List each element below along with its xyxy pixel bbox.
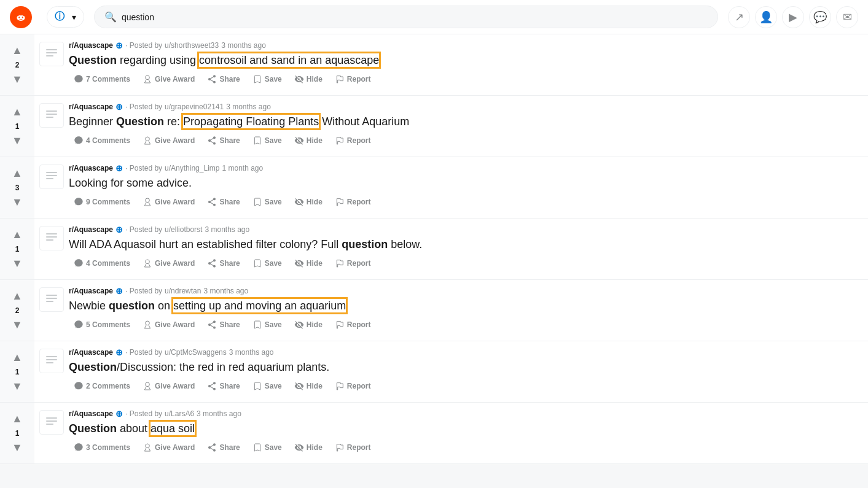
username[interactable]: u/LarsA6 — [165, 409, 194, 418]
post-thumbnail-col — [34, 341, 69, 402]
subreddit-name[interactable]: r/Aquascape — [69, 348, 113, 357]
post-title[interactable]: Newbie question on setting up and moving… — [69, 298, 863, 314]
post-title[interactable]: Will ADA Aquasoil hurt an established fi… — [69, 237, 863, 252]
post-title[interactable]: Beginner Question re: Propagating Floati… — [69, 114, 863, 130]
award-icon — [143, 197, 152, 207]
upvote-button[interactable]: ▲ — [10, 350, 24, 365]
comments-button[interactable]: 3 Comments — [69, 440, 135, 455]
search-input[interactable] — [122, 12, 708, 22]
save-button[interactable]: Save — [248, 195, 287, 209]
username[interactable]: u/shorthsweet33 — [165, 41, 219, 50]
comments-button[interactable]: 4 Comments — [69, 133, 135, 148]
comments-button[interactable]: 7 Comments — [69, 72, 135, 87]
report-button[interactable]: Report — [330, 72, 376, 87]
trending-icon[interactable]: ↗ — [728, 6, 750, 28]
chat-icon[interactable]: 💬 — [809, 6, 831, 28]
username[interactable]: u/grapevine02141 — [165, 103, 224, 111]
subreddit-name[interactable]: r/Aquascape — [69, 41, 113, 50]
save-button[interactable]: Save — [248, 440, 287, 455]
subreddit-join-icon[interactable]: ⊕ — [115, 286, 123, 296]
share-button[interactable]: Share — [202, 256, 244, 271]
downvote-button[interactable]: ▼ — [10, 440, 24, 455]
downvote-button[interactable]: ▼ — [10, 195, 24, 210]
report-button[interactable]: Report — [330, 379, 376, 393]
report-button[interactable]: Report — [330, 256, 376, 271]
give-award-button[interactable]: Give Award — [138, 440, 200, 455]
profile-icon[interactable]: 👤 — [755, 6, 777, 28]
give-award-button[interactable]: Give Award — [138, 195, 200, 209]
give-award-button[interactable]: Give Award — [138, 72, 200, 87]
report-button[interactable]: Report — [330, 133, 376, 148]
username[interactable]: u/elliotborst — [165, 225, 202, 234]
downvote-button[interactable]: ▼ — [10, 317, 24, 333]
mail-icon[interactable]: ✉ — [836, 6, 858, 28]
subreddit-name[interactable]: r/Aquascape — [69, 409, 113, 418]
comments-button[interactable]: 4 Comments — [69, 256, 135, 271]
post-thumbnail-col — [34, 96, 69, 157]
search-bar[interactable]: 🔍 — [94, 6, 718, 28]
share-button[interactable]: Share — [202, 72, 244, 87]
downvote-button[interactable]: ▼ — [10, 133, 24, 149]
subreddit-name[interactable]: r/Aquascape — [69, 103, 113, 111]
subreddit-name[interactable]: r/Aquascape — [69, 287, 113, 295]
post-thumbnail — [39, 410, 64, 435]
save-button[interactable]: Save — [248, 379, 287, 393]
upvote-button[interactable]: ▲ — [10, 411, 24, 427]
hide-button[interactable]: Hide — [289, 440, 327, 455]
post-title[interactable]: Question about aqua soil — [69, 421, 863, 436]
comments-button[interactable]: 5 Comments — [69, 317, 135, 332]
post-title[interactable]: Question/Discussion: the red in red aqua… — [69, 360, 863, 375]
give-award-button[interactable]: Give Award — [138, 256, 200, 271]
post-feed: ▲ 2 ▼ r/Aquascape ⊕ · Posted by u/shorth… — [0, 34, 868, 464]
hide-button[interactable]: Hide — [289, 379, 327, 393]
hide-button[interactable]: Hide — [289, 72, 327, 87]
post-title[interactable]: Question regarding using controsoil and … — [69, 53, 863, 68]
comment-icon — [74, 381, 84, 391]
give-award-button[interactable]: Give Award — [138, 133, 200, 148]
share-button[interactable]: Share — [202, 195, 244, 209]
reddit-logo[interactable] — [10, 6, 37, 28]
username[interactable]: u/CptMcSwaggens — [165, 348, 227, 357]
subreddit-join-icon[interactable]: ⊕ — [115, 102, 123, 112]
downvote-button[interactable]: ▼ — [10, 379, 24, 394]
report-button[interactable]: Report — [330, 317, 376, 332]
give-award-button[interactable]: Give Award — [138, 317, 200, 332]
subreddit-name[interactable]: r/Aquascape — [69, 164, 113, 172]
report-button[interactable]: Report — [330, 440, 376, 455]
hide-button[interactable]: Hide — [289, 256, 327, 271]
upvote-button[interactable]: ▲ — [10, 227, 24, 242]
subreddit-join-icon[interactable]: ⊕ — [115, 41, 123, 50]
hide-button[interactable]: Hide — [289, 317, 327, 332]
subreddit-join-icon[interactable]: ⊕ — [115, 409, 123, 419]
subreddit-selector[interactable]: ⓘ ▾ — [47, 6, 84, 28]
comments-button[interactable]: 2 Comments — [69, 379, 135, 393]
upvote-button[interactable]: ▲ — [10, 104, 24, 120]
hide-button[interactable]: Hide — [289, 195, 327, 209]
upvote-button[interactable]: ▲ — [10, 43, 24, 58]
downvote-button[interactable]: ▼ — [10, 72, 24, 87]
report-button[interactable]: Report — [330, 195, 376, 209]
downvote-button[interactable]: ▼ — [10, 256, 24, 271]
username[interactable]: u/ndrewtan — [165, 287, 201, 295]
subreddit-join-icon[interactable]: ⊕ — [115, 163, 123, 173]
upvote-button[interactable]: ▲ — [10, 289, 24, 304]
save-button[interactable]: Save — [248, 256, 287, 271]
share-button[interactable]: Share — [202, 440, 244, 455]
comments-button[interactable]: 9 Comments — [69, 195, 135, 209]
save-button[interactable]: Save — [248, 72, 287, 87]
save-button[interactable]: Save — [248, 317, 287, 332]
share-button[interactable]: Share — [202, 317, 244, 332]
subreddit-name[interactable]: r/Aquascape — [69, 225, 113, 234]
hide-button[interactable]: Hide — [289, 133, 327, 148]
username[interactable]: u/Anything_Limp — [165, 164, 219, 172]
save-icon — [252, 443, 262, 452]
give-award-button[interactable]: Give Award — [138, 379, 200, 393]
post-title[interactable]: Looking for some advice. — [69, 176, 863, 191]
share-button[interactable]: Share — [202, 379, 244, 393]
subreddit-join-icon[interactable]: ⊕ — [115, 225, 123, 234]
subreddit-join-icon[interactable]: ⊕ — [115, 347, 123, 357]
share-button[interactable]: Share — [202, 133, 244, 148]
upvote-button[interactable]: ▲ — [10, 166, 24, 181]
video-icon[interactable]: ▶ — [782, 6, 804, 28]
save-button[interactable]: Save — [248, 133, 287, 148]
